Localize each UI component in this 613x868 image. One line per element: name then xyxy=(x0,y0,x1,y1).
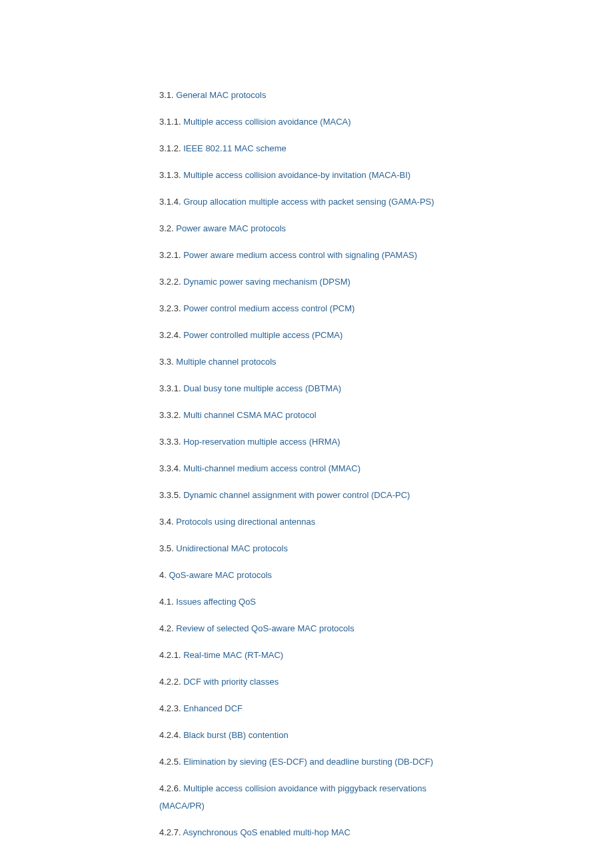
toc-number: 4.2.5. xyxy=(159,757,181,767)
toc-entry: 4.2. Review of selected QoS-aware MAC pr… xyxy=(159,620,452,637)
toc-entry: 3.1.4. Group allocation multiple access … xyxy=(159,193,452,211)
toc-number: 3.1.3. xyxy=(159,170,181,180)
toc-number: 3.5. xyxy=(159,543,174,553)
toc-link[interactable]: Protocols using directional antennas xyxy=(176,517,315,527)
toc-entry: 4.2.6. Multiple access collision avoidan… xyxy=(159,780,452,815)
toc-number: 3.2.3. xyxy=(159,303,181,313)
toc-link[interactable]: Black burst (BB) contention xyxy=(183,730,289,740)
toc-entry: 3.2.3. Power control medium access contr… xyxy=(159,300,452,317)
toc-entry: 3.3.1. Dual busy tone multiple access (D… xyxy=(159,380,452,397)
toc-link[interactable]: Dynamic power saving mechanism (DPSM) xyxy=(183,277,350,287)
toc-entry: 3.1.2. IEEE 802.11 MAC scheme xyxy=(159,140,452,157)
toc-link[interactable]: Asynchronous QoS enabled multi-hop MAC xyxy=(183,827,350,837)
toc-number: 4.2. xyxy=(159,623,174,633)
toc-entry: 3.1.3. Multiple access collision avoidan… xyxy=(159,167,452,184)
toc-entry: 4.1. Issues affecting QoS xyxy=(159,593,452,611)
toc-number: 3.2.2. xyxy=(159,277,181,287)
toc-entry: 4.2.7. Asynchronous QoS enabled multi-ho… xyxy=(159,824,452,841)
toc-link[interactable]: Multiple access collision avoidance (MAC… xyxy=(183,117,350,127)
toc-entry: 3.2. Power aware MAC protocols xyxy=(159,220,452,237)
toc-link[interactable]: IEEE 802.11 MAC scheme xyxy=(183,143,287,153)
toc-link[interactable]: Power aware medium access control with s… xyxy=(183,250,417,260)
toc-link[interactable]: Multiple channel protocols xyxy=(176,357,276,367)
toc-entry: 3.4. Protocols using directional antenna… xyxy=(159,513,452,531)
toc-entry: 3.5. Unidirectional MAC protocols xyxy=(159,540,452,557)
toc-number: 3.3.2. xyxy=(159,410,181,420)
toc-number: 3.1.1. xyxy=(159,117,181,127)
toc-number: 3.4. xyxy=(159,517,174,527)
toc-entry: 3.3.3. Hop-reservation multiple access (… xyxy=(159,433,452,451)
toc-entry: 3.3.2. Multi channel CSMA MAC protocol xyxy=(159,407,452,424)
toc-page: 3.1. General MAC protocols3.1.1. Multipl… xyxy=(0,0,613,868)
toc-entry: 3.2.1. Power aware medium access control… xyxy=(159,247,452,264)
toc-entry: 4.2.3. Enhanced DCF xyxy=(159,700,452,717)
toc-number: 4.1. xyxy=(159,597,174,607)
toc-link[interactable]: Unidirectional MAC protocols xyxy=(176,543,288,553)
toc-entry: 4. QoS-aware MAC protocols xyxy=(159,567,452,584)
toc-link[interactable]: Multi-channel medium access control (MMA… xyxy=(183,463,360,473)
toc-entry: 3.3.4. Multi-channel medium access contr… xyxy=(159,460,452,477)
toc-link[interactable]: Multiple access collision avoidance with… xyxy=(159,783,426,811)
toc-entry: 4.2.2. DCF with priority classes xyxy=(159,673,452,691)
toc-link[interactable]: Dual busy tone multiple access (DBTMA) xyxy=(183,383,341,393)
toc-entry: 4.2.4. Black burst (BB) contention xyxy=(159,727,452,744)
toc-entry: 3.2.2. Dynamic power saving mechanism (D… xyxy=(159,273,452,291)
toc-link[interactable]: Power aware MAC protocols xyxy=(176,223,286,233)
toc-link[interactable]: General MAC protocols xyxy=(176,90,266,100)
toc-link[interactable]: Enhanced DCF xyxy=(183,703,243,713)
toc-number: 3.1.4. xyxy=(159,197,181,207)
toc-link[interactable]: Issues affecting QoS xyxy=(176,597,256,607)
toc-number: 3.3.3. xyxy=(159,437,181,447)
toc-link[interactable]: Multiple access collision avoidance-by i… xyxy=(183,170,410,180)
toc-link[interactable]: Hop-reservation multiple access (HRMA) xyxy=(183,437,340,447)
toc-link[interactable]: Review of selected QoS-aware MAC protoco… xyxy=(176,623,354,633)
toc-link[interactable]: Power control medium access control (PCM… xyxy=(183,303,354,313)
toc-number: 4.2.4. xyxy=(159,730,181,740)
toc-number: 4. xyxy=(159,570,167,580)
toc-entry: 3.3. Multiple channel protocols xyxy=(159,353,452,371)
toc-number: 4.2.3. xyxy=(159,703,181,713)
toc-link[interactable]: Power controlled multiple access (PCMA) xyxy=(183,330,342,340)
toc-entry: 3.3.5. Dynamic channel assignment with p… xyxy=(159,487,452,504)
toc-number: 3.2.4. xyxy=(159,330,181,340)
toc-link[interactable]: Real-time MAC (RT-MAC) xyxy=(183,650,283,660)
toc-number: 3.3.5. xyxy=(159,490,181,500)
toc-link[interactable]: Elimination by sieving (ES-DCF) and dead… xyxy=(183,757,433,767)
toc-number: 3.3. xyxy=(159,357,174,367)
toc-link[interactable]: Multi channel CSMA MAC protocol xyxy=(183,410,316,420)
toc-entry: 3.1. General MAC protocols xyxy=(159,87,452,104)
toc-number: 3.3.4. xyxy=(159,463,181,473)
toc-entry: 4.2.5. Elimination by sieving (ES-DCF) a… xyxy=(159,753,452,771)
toc-entry: 3.2.4. Power controlled multiple access … xyxy=(159,327,452,344)
toc-entry: 3.1.1. Multiple access collision avoidan… xyxy=(159,113,452,131)
toc-number: 3.2. xyxy=(159,223,174,233)
toc-link[interactable]: QoS-aware MAC protocols xyxy=(169,570,272,580)
toc-number: 4.2.7. xyxy=(159,827,181,837)
toc-link[interactable]: Dynamic channel assignment with power co… xyxy=(183,490,410,500)
toc-number: 4.2.2. xyxy=(159,677,181,687)
toc-number: 4.2.1. xyxy=(159,650,181,660)
toc-link[interactable]: DCF with priority classes xyxy=(183,677,279,687)
toc-entry: 4.2.1. Real-time MAC (RT-MAC) xyxy=(159,647,452,664)
toc-number: 4.2.6. xyxy=(159,783,181,793)
toc-number: 3.1.2. xyxy=(159,143,181,153)
toc-number: 3.3.1. xyxy=(159,383,181,393)
toc-link[interactable]: Group allocation multiple access with pa… xyxy=(183,197,434,207)
toc-number: 3.2.1. xyxy=(159,250,181,260)
toc-number: 3.1. xyxy=(159,90,174,100)
